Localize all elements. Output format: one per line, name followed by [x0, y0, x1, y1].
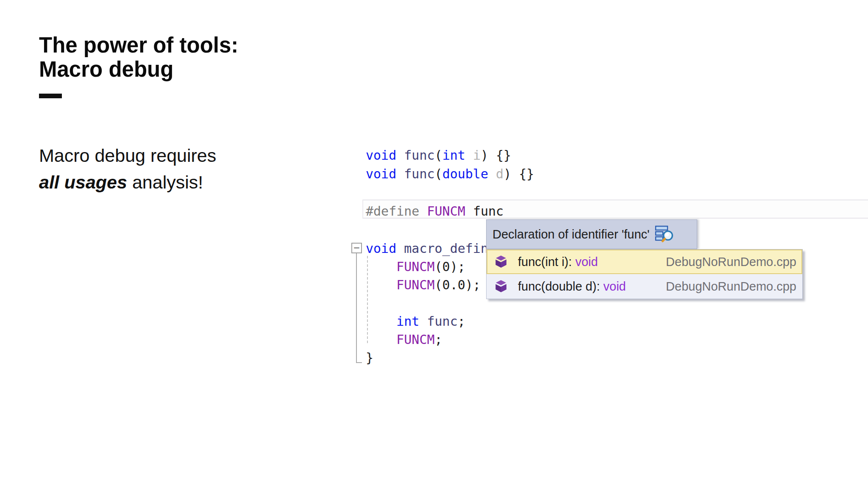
symbol-cube-icon — [494, 280, 508, 293]
result-signature: func(int i): — [518, 255, 575, 269]
code-token: (0); — [435, 259, 465, 274]
code-token: ( — [435, 148, 442, 163]
code-token — [465, 148, 473, 163]
result-signature: func(double d): — [518, 280, 604, 294]
peek-popup-title: Declaration of identifier 'func' — [492, 227, 650, 241]
code-fold-scope-line — [356, 253, 362, 363]
code-token: func — [404, 148, 434, 163]
code-token — [419, 204, 427, 219]
code-token: FUNCM — [427, 204, 465, 219]
code-token: int — [442, 148, 465, 163]
code-token: func — [404, 166, 434, 181]
result-return-type: void — [575, 255, 598, 269]
peek-popup-result-list: func(int i): voidDebugNoRunDemo.cppfunc(… — [486, 249, 803, 299]
body-line1: Macro debug requires — [39, 145, 216, 166]
symbol-cube-icon — [494, 255, 508, 269]
code-line[interactable]: FUNCM(0.0); — [366, 276, 481, 294]
code-token: func — [427, 314, 458, 329]
code-token: double — [442, 166, 488, 181]
find-all-references-icon — [655, 225, 674, 243]
slide-title-line1: The power of tools: — [39, 33, 238, 57]
code-token — [366, 277, 396, 292]
code-token: int — [396, 314, 419, 329]
body-line2-rest: analysis! — [127, 172, 203, 192]
code-token: } — [366, 350, 373, 365]
slide-title: The power of tools: Macro debug — [39, 33, 238, 81]
peek-popup-header: Declaration of identifier 'func' — [486, 219, 697, 249]
code-token: macro_defin — [404, 241, 488, 256]
code-token — [488, 166, 496, 181]
code-line[interactable]: void macro_defin — [366, 239, 488, 258]
code-token: (0.0); — [435, 277, 481, 292]
code-token: func — [473, 204, 504, 219]
code-token: FUNCM — [396, 259, 434, 274]
result-file-name: DebugNoRunDemo.cpp — [666, 280, 796, 294]
code-token: #define — [366, 204, 419, 219]
code-token: FUNCM — [396, 332, 434, 347]
peek-result-row[interactable]: func(double d): voidDebugNoRunDemo.cpp — [487, 274, 802, 299]
slide-body-text: Macro debug requires all usages analysis… — [39, 142, 216, 196]
code-token: void — [366, 148, 396, 163]
title-dash-rule — [39, 94, 62, 98]
code-token: FUNCM — [396, 277, 434, 292]
declaration-peek-popup: Declaration of identifier 'func' func(in… — [486, 219, 803, 299]
code-line[interactable]: #define FUNCM func — [366, 202, 504, 220]
code-token — [419, 314, 427, 329]
peek-result-row[interactable]: func(int i): voidDebugNoRunDemo.cpp — [487, 250, 802, 274]
code-token: ( — [435, 166, 442, 181]
code-token — [396, 241, 404, 256]
code-token: ; — [435, 332, 442, 347]
code-token: d — [496, 166, 504, 181]
code-token — [396, 148, 404, 163]
code-line[interactable]: void func(double d) {} — [366, 165, 534, 183]
code-line[interactable]: void func(int i) {} — [366, 146, 511, 164]
slide-title-line2: Macro debug — [39, 57, 238, 81]
code-token — [366, 314, 396, 329]
code-line[interactable]: int func; — [366, 312, 465, 330]
result-return-type: void — [604, 280, 626, 294]
code-token: ) {} — [504, 166, 534, 181]
code-token — [396, 166, 404, 181]
code-line[interactable]: } — [366, 349, 373, 367]
code-line[interactable]: FUNCM; — [366, 330, 442, 349]
code-token — [366, 259, 396, 274]
code-fold-collapse-button[interactable]: − — [351, 243, 362, 253]
code-token: i — [473, 148, 481, 163]
code-token — [465, 204, 473, 219]
code-token: void — [366, 166, 396, 181]
code-token: ) {} — [481, 148, 511, 163]
code-token: ; — [458, 314, 465, 329]
body-emphasis: all usages — [39, 172, 127, 192]
result-file-name: DebugNoRunDemo.cpp — [666, 255, 796, 269]
code-token — [366, 332, 396, 347]
code-token: void — [366, 241, 396, 256]
code-line[interactable]: FUNCM(0); — [366, 258, 465, 276]
